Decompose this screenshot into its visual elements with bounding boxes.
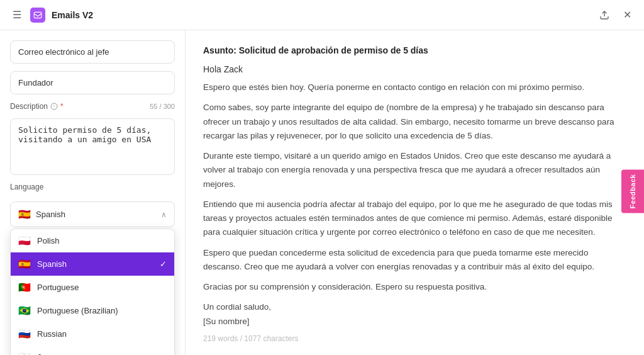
right-panel-container: Asunto: Solicitud de aprobación de permi… — [186, 30, 644, 355]
portuguese-br-flag: 🇧🇷 — [18, 305, 31, 317]
japanese-label: Japanese — [37, 352, 72, 355]
russian-label: Russian — [37, 329, 67, 339]
required-marker: * — [60, 102, 64, 111]
email1-closing: Un cordial saludo,[Su nombre] — [203, 300, 626, 329]
chevron-up-icon: ∧ — [161, 210, 167, 219]
info-icon — [50, 103, 58, 110]
language-trigger[interactable]: 🇪🇸 Spanish ∧ — [10, 201, 175, 227]
menu-button[interactable]: ☰ — [10, 6, 24, 23]
description-label: Description — [10, 102, 48, 111]
language-option-portuguese-br[interactable]: 🇧🇷 Portuguese (Brazilian) — [11, 299, 174, 322]
spanish-flag: 🇪🇸 — [18, 258, 31, 270]
check-icon: ✓ — [160, 259, 167, 269]
email1-para-6: Gracias por su comprensión y consideraci… — [203, 280, 626, 294]
feedback-button[interactable]: Feedback — [621, 170, 644, 213]
subject-input[interactable] — [10, 40, 175, 64]
email1-word-count: 219 words / 1077 characters — [203, 334, 626, 343]
polish-flag: 🇵🇱 — [18, 235, 31, 247]
email1-para-2: Como sabes, soy parte integrante del equ… — [203, 101, 626, 143]
description-input[interactable]: Solicito permiso de 5 días, visitando a … — [10, 118, 175, 175]
portuguese-label: Portuguese — [37, 283, 79, 292]
selected-language-text: Spanish — [36, 210, 65, 219]
left-panel: Description * 55 / 300 Solicito permiso … — [0, 30, 186, 355]
email1-subject: Asunto: Solicitud de aprobación de permi… — [203, 45, 626, 55]
language-menu: 🇵🇱 Polish 🇪🇸 Spanish ✓ 🇵🇹 Portuguese 🇧🇷 … — [10, 228, 175, 355]
language-dropdown[interactable]: 🇪🇸 Spanish ∧ 🇵🇱 Polish 🇪🇸 Spanish ✓ 🇵🇹 P… — [10, 201, 175, 227]
title-bar-left: ☰ Emails V2 — [10, 6, 591, 23]
portuguese-flag: 🇵🇹 — [18, 281, 31, 293]
selected-flag: 🇪🇸 — [18, 208, 31, 220]
email1-para-3: Durante este tiempo, visitaré a un queri… — [203, 149, 626, 191]
email1-greeting: Hola Zack — [203, 64, 626, 74]
title-bar: ☰ Emails V2 ✕ — [0, 0, 644, 30]
close-icon: ✕ — [623, 9, 631, 21]
spanish-label: Spanish — [37, 259, 67, 269]
language-option-portuguese[interactable]: 🇵🇹 Portuguese — [11, 276, 174, 299]
language-option-spanish[interactable]: 🇪🇸 Spanish ✓ — [11, 252, 174, 276]
app-icon — [30, 8, 45, 23]
upload-button[interactable] — [597, 8, 612, 23]
main-layout: Description * 55 / 300 Solicito permiso … — [0, 30, 644, 355]
language-option-polish[interactable]: 🇵🇱 Polish — [11, 229, 174, 252]
email1-para-1: Espero que estés bien hoy. Quería ponerm… — [203, 81, 626, 94]
language-label: Language — [10, 183, 175, 191]
email-section-1: Asunto: Solicitud de aprobación de permi… — [203, 45, 626, 355]
email1-para-4: Entiendo que mi ausencia podría afectar … — [203, 198, 626, 240]
russian-flag: 🇷🇺 — [18, 328, 31, 340]
language-option-japanese[interactable]: 🇯🇵 Japanese — [11, 346, 174, 355]
char-count: 55 / 300 — [150, 103, 175, 110]
title-bar-actions: ✕ — [597, 6, 634, 23]
close-button[interactable]: ✕ — [621, 6, 634, 23]
description-label-row: Description * 55 / 300 — [10, 102, 175, 111]
email1-para-5: Espero que puedan concederme esta solici… — [203, 246, 626, 274]
app-title: Emails V2 — [52, 10, 93, 20]
svg-rect-0 — [34, 12, 42, 18]
language-option-russian[interactable]: 🇷🇺 Russian — [11, 322, 174, 346]
feedback-tab-wrapper: Feedback — [621, 170, 644, 216]
polish-label: Polish — [37, 236, 59, 245]
japanese-flag: 🇯🇵 — [18, 351, 31, 355]
portuguese-br-label: Portuguese (Brazilian) — [37, 306, 118, 315]
hamburger-icon: ☰ — [13, 9, 21, 21]
right-panel: Asunto: Solicitud de aprobación de permi… — [186, 30, 644, 355]
recipient-input[interactable] — [10, 71, 175, 94]
